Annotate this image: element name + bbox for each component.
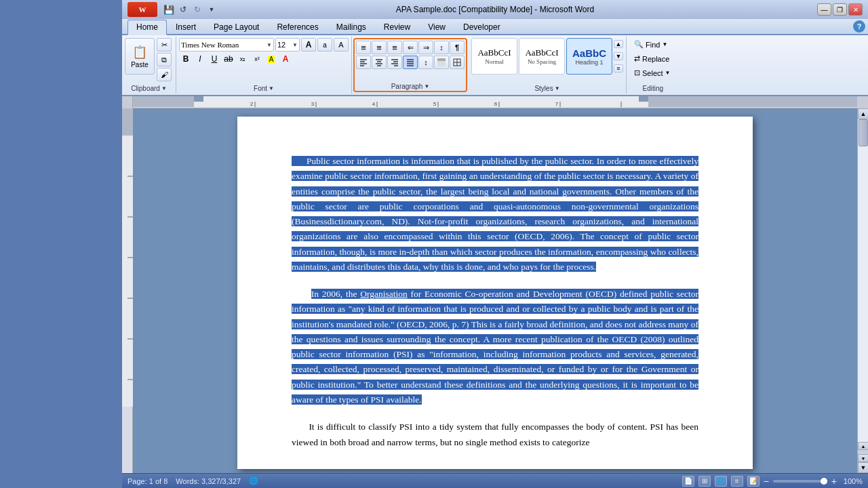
align-center-button[interactable] xyxy=(372,56,387,69)
undo-button[interactable]: ↺ xyxy=(177,3,189,16)
tab-home[interactable]: Home xyxy=(127,20,167,35)
align-left-button[interactable] xyxy=(356,56,371,69)
page-scroll-area[interactable]: Public sector information is information… xyxy=(133,108,857,473)
font-grow-button[interactable]: A xyxy=(301,38,316,52)
scroll-divider-buttons: ▲ ▼ xyxy=(858,442,868,462)
align-right-button[interactable] xyxy=(387,56,402,69)
ribbon-tab-bar: Home Insert Page Layout References Maili… xyxy=(122,19,868,35)
view-web[interactable]: 🌐 xyxy=(715,476,727,487)
svg-text:7: 7 xyxy=(555,101,559,107)
styles-scroll-down[interactable]: ▼ xyxy=(614,52,623,60)
window-controls: — ❐ ✕ xyxy=(817,3,863,16)
strikethrough-button[interactable]: ab xyxy=(222,53,235,65)
editing-label: Editing xyxy=(642,85,663,92)
scroll-extra-up[interactable]: ▲ xyxy=(858,442,868,450)
qa-dropdown[interactable]: ▼ xyxy=(205,3,218,16)
svg-text:2: 2 xyxy=(250,101,254,107)
clipboard-label: Clipboard ▼ xyxy=(131,85,167,92)
zoom-in-button[interactable]: + xyxy=(831,476,837,487)
superscript-button[interactable]: x² xyxy=(250,53,264,65)
scroll-down-button[interactable]: ▼ xyxy=(858,462,868,473)
tab-review[interactable]: Review xyxy=(375,20,419,34)
tab-mailings[interactable]: Mailings xyxy=(328,20,375,34)
increase-indent-button[interactable]: ⇒ xyxy=(418,41,433,54)
select-button[interactable]: ⊡Select▼ xyxy=(629,66,675,79)
justify-button[interactable] xyxy=(403,56,418,69)
editing-group: 🔍Find▼ ⇄Replace ⊡Select▼ Editing xyxy=(627,37,679,94)
tab-pagelayout[interactable]: Page Layout xyxy=(205,20,268,34)
style-heading1[interactable]: AaBbC Heading 1 xyxy=(566,38,612,75)
help-icon[interactable]: ? xyxy=(853,20,865,33)
view-print[interactable]: 📄 xyxy=(682,476,694,487)
font-color-button[interactable]: A xyxy=(279,53,292,65)
scroll-extra-down[interactable]: ▼ xyxy=(858,454,868,462)
shading-button[interactable] xyxy=(434,56,449,69)
minimize-button[interactable]: — xyxy=(817,3,831,16)
svg-rect-37 xyxy=(194,96,203,102)
copy-button[interactable]: ⧉ xyxy=(157,53,172,66)
restore-button[interactable]: ❐ xyxy=(833,3,847,16)
borders-button[interactable] xyxy=(450,56,465,69)
view-outline[interactable]: ≡ xyxy=(731,476,743,487)
styles-more[interactable]: ≡ xyxy=(614,64,623,73)
zoom-level: 100% xyxy=(841,477,863,485)
format-painter-button[interactable]: 🖌 xyxy=(157,68,172,81)
office-button[interactable]: W xyxy=(127,2,157,17)
status-right: 📄 ⊞ 🌐 ≡ 📝 − + 100% xyxy=(682,476,863,487)
redo-button[interactable]: ↻ xyxy=(191,3,203,16)
line-spacing-button[interactable]: ↕ xyxy=(418,56,433,69)
text-highlight-button[interactable]: A xyxy=(264,53,278,65)
close-button[interactable]: ✕ xyxy=(848,3,863,16)
tab-insert[interactable]: Insert xyxy=(167,20,205,34)
window-title: APA Sample.doc [Compatibility Mode] - Mi… xyxy=(396,5,594,14)
font-shrink-button[interactable]: a xyxy=(317,38,332,52)
clear-format-button[interactable]: A xyxy=(334,38,349,52)
zoom-slider[interactable] xyxy=(773,480,827,483)
clipboard-group: 📋 Paste ✂ ⧉ 🖌 Clipboard ▼ xyxy=(122,37,176,94)
view-fullscreen[interactable]: ⊞ xyxy=(698,476,711,487)
font-size-dropdown[interactable]: 12 ▼ xyxy=(275,38,300,52)
scroll-up-button[interactable]: ▲ xyxy=(858,108,868,119)
show-hide-button[interactable]: ¶ xyxy=(450,41,465,54)
paragraph-bottom-row: ↕ xyxy=(356,56,465,69)
font-name-dropdown[interactable]: Times New Roman ▼ xyxy=(179,38,274,52)
numbering-button[interactable]: ≡ xyxy=(372,41,387,54)
svg-text:3: 3 xyxy=(311,101,315,107)
svg-rect-22 xyxy=(648,96,857,107)
replace-button[interactable]: ⇄Replace xyxy=(629,52,675,65)
tab-view[interactable]: View xyxy=(419,20,454,34)
scroll-track[interactable] xyxy=(858,119,868,442)
styles-scroll-up[interactable]: ▲ xyxy=(614,40,623,48)
multilevel-button[interactable]: ≡ xyxy=(387,41,402,54)
subscript-button[interactable]: x₂ xyxy=(236,53,250,65)
paste-button[interactable]: 📋 Paste xyxy=(125,38,155,75)
svg-text:6: 6 xyxy=(494,101,498,107)
italic-button[interactable]: I xyxy=(193,53,207,65)
tab-references[interactable]: References xyxy=(268,20,327,34)
style-no-spacing[interactable]: AaBbCcI No Spacing xyxy=(519,38,565,75)
para3-indent xyxy=(292,422,309,432)
horizontal-ruler: 2 3 4 5 6 7 xyxy=(133,96,857,108)
style-normal[interactable]: AaBbCcI Normal xyxy=(471,38,517,75)
zoom-out-button[interactable]: − xyxy=(764,476,769,487)
paragraph-group-wrapper: ≡ ≡ ≡ ⇐ ⇒ ↕ ¶ xyxy=(353,38,467,92)
cut-button[interactable]: ✂ xyxy=(157,38,172,52)
tab-developer[interactable]: Developer xyxy=(454,20,509,34)
scroll-thumb[interactable] xyxy=(859,119,868,146)
page-indicator: Page: 1 of 8 xyxy=(127,477,167,485)
save-button[interactable]: 💾 xyxy=(163,3,175,16)
sort-button[interactable]: ↕ xyxy=(434,41,449,54)
ruler-area: 2 3 4 5 6 7 xyxy=(122,96,868,108)
underline-button[interactable]: U xyxy=(208,53,221,65)
styles-label: Styles ▼ xyxy=(534,85,559,92)
find-button[interactable]: 🔍Find▼ xyxy=(629,38,675,51)
words-indicator: Words: 3,327/3,327 xyxy=(176,477,241,485)
svg-rect-39 xyxy=(122,108,133,136)
vertical-scrollbar: ▲ ▲ ▼ ▼ xyxy=(857,108,868,473)
status-bar: Page: 1 of 8 Words: 3,327/3,327 🌐 📄 ⊞ 🌐 … xyxy=(122,473,868,488)
view-draft[interactable]: 📝 xyxy=(747,476,760,487)
decrease-indent-button[interactable]: ⇐ xyxy=(403,41,418,54)
bullets-button[interactable]: ≡ xyxy=(356,41,371,54)
font-label: Font ▼ xyxy=(254,85,274,92)
bold-button[interactable]: B xyxy=(179,53,193,65)
